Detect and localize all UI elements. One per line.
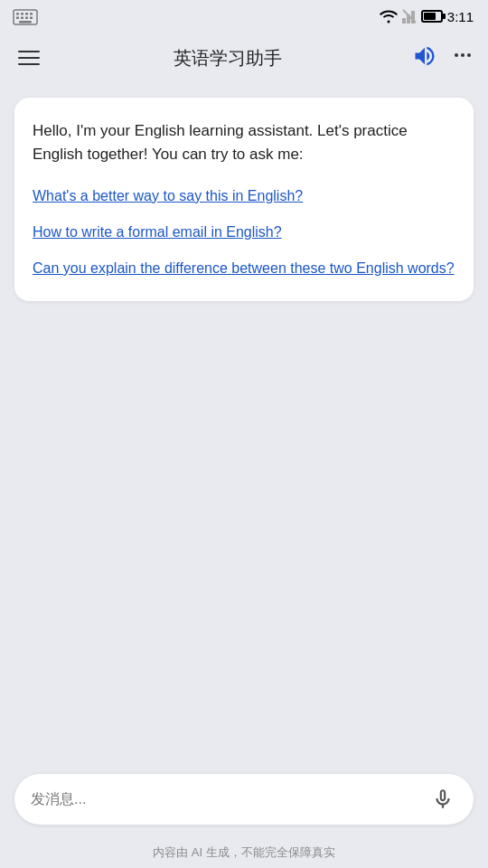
status-time: 3:11 bbox=[447, 9, 474, 24]
svg-point-16 bbox=[467, 53, 471, 57]
message-input[interactable] bbox=[31, 791, 428, 807]
suggestion-3[interactable]: Can you explain the difference between t… bbox=[33, 258, 455, 279]
message-intro: Hello, I'm your English learning assista… bbox=[33, 119, 455, 167]
footer-disclaimer: 内容由 AI 生成，不能完全保障真实 bbox=[0, 844, 488, 861]
menu-button[interactable] bbox=[14, 47, 43, 69]
svg-marker-10 bbox=[402, 18, 406, 24]
svg-point-14 bbox=[455, 53, 458, 57]
more-options-button[interactable] bbox=[452, 44, 474, 71]
input-box bbox=[14, 774, 474, 825]
volume-icon bbox=[412, 43, 437, 69]
status-icons: 3:11 bbox=[380, 9, 474, 24]
svg-rect-4 bbox=[30, 13, 33, 15]
wifi-icon bbox=[380, 9, 398, 24]
message-card: Hello, I'm your English learning assista… bbox=[14, 98, 474, 301]
more-dots-icon bbox=[452, 44, 474, 66]
page-title: 英语学习助手 bbox=[174, 46, 282, 71]
microphone-icon bbox=[431, 788, 455, 811]
svg-rect-3 bbox=[25, 13, 28, 15]
svg-rect-5 bbox=[16, 17, 19, 20]
keyboard-icon bbox=[13, 9, 38, 25]
suggestion-1[interactable]: What's a better way to say this in Engli… bbox=[33, 185, 455, 207]
suggestion-2[interactable]: How to write a formal email in English? bbox=[33, 222, 455, 243]
nav-actions bbox=[412, 43, 474, 72]
input-area bbox=[0, 763, 488, 835]
svg-rect-6 bbox=[21, 17, 23, 20]
mic-button[interactable] bbox=[428, 785, 457, 814]
svg-rect-7 bbox=[25, 17, 28, 20]
volume-button[interactable] bbox=[412, 43, 437, 72]
svg-rect-9 bbox=[19, 21, 32, 24]
nav-bar: 英语学习助手 bbox=[0, 33, 488, 83]
svg-rect-8 bbox=[30, 17, 33, 20]
svg-rect-2 bbox=[21, 13, 23, 15]
svg-point-15 bbox=[461, 53, 465, 57]
svg-rect-1 bbox=[16, 13, 19, 15]
no-signal-icon bbox=[402, 9, 417, 24]
chat-area: Hello, I'm your English learning assista… bbox=[0, 83, 488, 763]
battery-icon bbox=[421, 10, 443, 23]
status-bar: 3:11 bbox=[0, 0, 488, 33]
